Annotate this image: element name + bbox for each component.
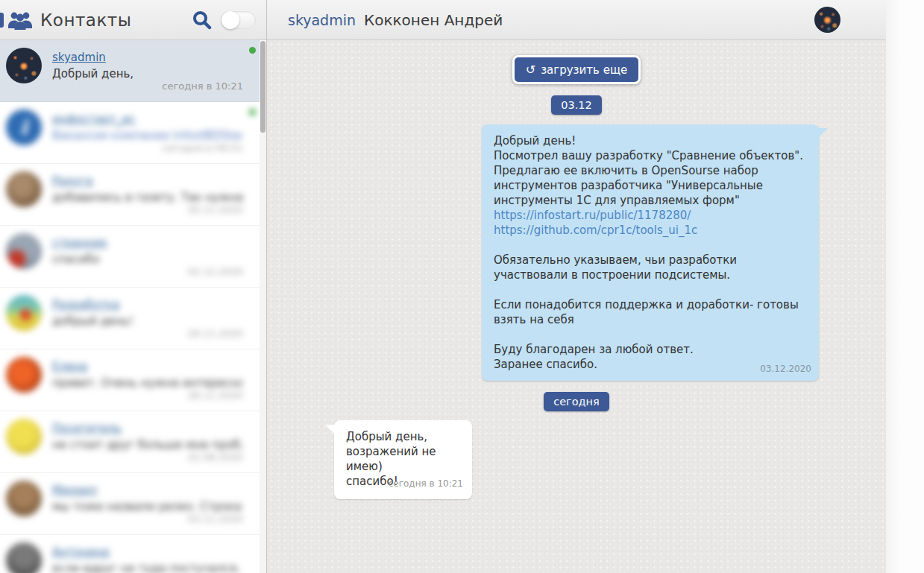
message-paragraph: Если понадобится поддержка и доработки- … [494, 297, 807, 327]
contact-name-link[interactable]: skyadmin [52, 51, 106, 64]
contact-row[interactable]: Антонина если вдруг не туда постучался, … [0, 535, 260, 573]
chat-panel: ↺ загрузить еще 03.12 Добрый день! Посмо… [267, 0, 886, 573]
infostart-link[interactable]: https://infostart.ru/public/1178280/ [494, 209, 691, 222]
contact-row[interactable]: Елена привет. Очень нужна интересная ко…… [0, 349, 260, 411]
avatar [6, 419, 42, 455]
contact-preview: мы тоже назвали релиз. Строка в по… [52, 500, 242, 513]
contact-preview: если вдруг не туда постучался, то… [52, 562, 242, 573]
contact-time: 03.11.2020 [188, 513, 243, 525]
message-paragraph: Обязательно указываем, чьи разработки уч… [494, 253, 807, 282]
contact-preview: Вакансия компании InfostBDStart [52, 129, 242, 142]
search-icon[interactable] [192, 10, 212, 30]
contact-time: 02.12.2020 [188, 266, 243, 277]
contact-preview: Добрый день, [52, 67, 242, 80]
contact-preview: добавились в газету. Так нужна бу… [52, 191, 242, 204]
contact-name-link[interactable]: Разработка [52, 298, 119, 311]
contact-time: 30.11.2020 [188, 204, 243, 215]
sidebar-title: Контакты [40, 10, 131, 30]
contact-preview: привет. Очень нужна интересная ко… [52, 376, 242, 390]
load-more-label: загрузить еще [541, 63, 627, 77]
scrollbar-thumb[interactable] [260, 41, 265, 133]
load-more-button[interactable]: ↺ загрузить еще [512, 55, 641, 84]
contacts-group-icon [7, 10, 33, 31]
contact-preview: добрый день! [52, 314, 242, 328]
message-text: Добрый день! Посмотрел вашу разработку "… [494, 134, 803, 207]
contact-name-link[interactable]: Посетитель [52, 422, 122, 435]
avatar [6, 233, 42, 269]
contacts-sidebar: Контакты skyadmin Добрый день, сегодня в… [0, 0, 267, 573]
contact-name-link[interactable]: Михаил [52, 484, 97, 497]
incoming-message-bubble: Добрый день! Посмотрел вашу разработку "… [482, 124, 819, 381]
online-status-dot [249, 47, 256, 54]
contact-time: 29.11.2020 [188, 328, 243, 339]
message-timestamp: сегодня в 10:21 [389, 476, 463, 491]
contact-time: 25.08.2020 [188, 452, 243, 463]
outgoing-message-bubble: Добрый день, возражений не имею) спасибо… [334, 420, 472, 499]
page-right-margin [886, 0, 924, 573]
contact-row-skyadmin[interactable]: skyadmin Добрый день, сегодня в 10:21 [0, 40, 260, 102]
contact-name-link[interactable]: Радуга [52, 174, 93, 188]
contact-row[interactable]: странник спасибо 02.12.2020 [0, 226, 260, 288]
contact-row[interactable]: Разработка добрый день! 29.11.2020 [0, 288, 260, 349]
contact-preview: не стоит друг больше мне проблем… [52, 438, 242, 452]
avatar [6, 48, 42, 83]
contact-row[interactable]: Посетитель не стоит друг больше мне проб… [0, 411, 260, 473]
online-status-dot [249, 109, 256, 115]
sidebar-header: Контакты [0, 0, 266, 40]
avatar [6, 481, 42, 516]
contact-name-link[interactable]: странник [52, 236, 107, 250]
contact-name-link[interactable]: Елена [52, 360, 87, 373]
avatar [6, 171, 42, 207]
avatar [6, 295, 42, 331]
contact-time: 28.11.2020 [188, 390, 243, 401]
reload-icon: ↺ [526, 63, 535, 77]
contact-name-link[interactable]: Антонина [52, 545, 110, 559]
contact-time: сегодня в 09:51 [162, 142, 243, 153]
contact-list: skyadmin Добрый день, сегодня в 10:21 i … [0, 40, 266, 573]
message-timestamp: 03.12.2020 [760, 361, 811, 376]
date-badge-today: сегодня [544, 392, 609, 411]
message-list: ↺ загрузить еще 03.12 Добрый день! Посмо… [334, 40, 819, 499]
chat-fullname: Кокконен Андрей [364, 11, 503, 29]
clipped-edge-icon [0, 13, 4, 28]
date-badge-old: 03.12 [551, 95, 602, 115]
online-filter-toggle[interactable] [221, 11, 256, 29]
github-link[interactable]: https://github.com/cpr1c/tools_ui_1c [494, 224, 697, 237]
contact-time: сегодня в 10:21 [162, 80, 243, 92]
contact-preview: спасибо [52, 253, 242, 266]
avatar [6, 542, 42, 573]
contact-row[interactable]: i инфостарт_ис Вакансия компании InfostB… [0, 102, 260, 164]
chat-header: skyadmin Кокконен Андрей [267, 0, 886, 40]
contact-name-link[interactable]: инфостарт_ис [52, 113, 136, 126]
toggle-knob [221, 11, 239, 29]
avatar [6, 357, 42, 393]
sidebar-scrollbar[interactable] [260, 41, 266, 573]
avatar: i [6, 110, 42, 145]
contact-row[interactable]: Радуга добавились в газету. Так нужна бу… [0, 164, 260, 226]
contact-row[interactable]: Михаил мы тоже назвали релиз. Строка в п… [0, 473, 260, 535]
chat-avatar[interactable] [814, 7, 840, 33]
message-paragraph: Добрый день! Посмотрел вашу разработку "… [494, 133, 807, 238]
chat-username-link[interactable]: skyadmin [288, 12, 356, 28]
